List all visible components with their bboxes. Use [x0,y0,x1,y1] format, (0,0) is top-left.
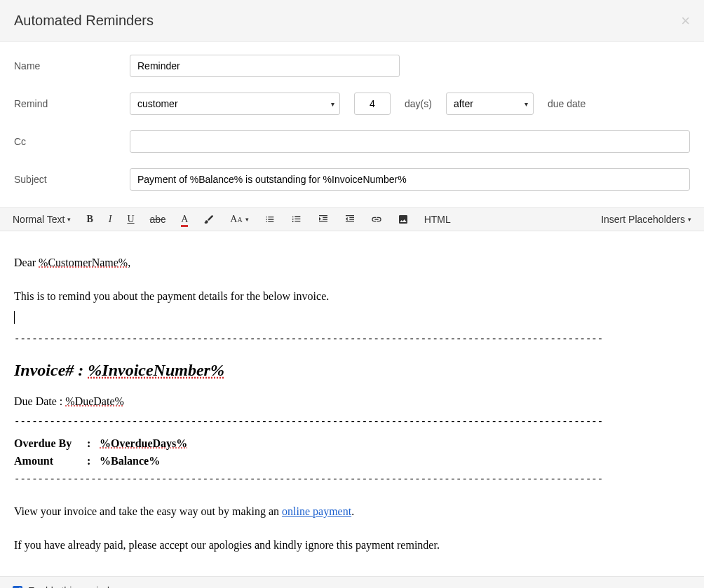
chevron-down-icon: ▾ [688,216,691,223]
close-button[interactable]: × [681,13,690,29]
numbered-list-icon [291,214,302,225]
form-section: Name Remind customer ▾ day(s) after [0,42,704,207]
placeholder-customer-name: %CustomerName% [39,257,128,268]
text-color-button[interactable]: A [181,214,188,225]
automated-reminders-modal: Automated Reminders × Name Remind custom… [0,0,704,588]
underline-button[interactable]: U [127,214,134,225]
remind-label: Remind [14,98,130,109]
outdent-button[interactable] [344,214,356,225]
name-row: Name [14,55,690,77]
bullet-list-icon [264,214,276,225]
enable-reminder-bar: Enable this reminder [0,576,704,588]
indent-button[interactable] [318,214,329,225]
italic-button[interactable]: I [109,214,112,225]
due-date-text: due date [548,98,586,109]
subject-input[interactable] [130,168,690,191]
modal-title: Automated Reminders [14,13,154,29]
days-unit-text: day(s) [405,98,432,109]
cc-input[interactable] [130,130,690,153]
invoice-heading: Invoice# : %InvoiceNumber% [14,357,690,383]
name-input[interactable] [130,55,400,77]
outdent-icon [344,214,356,225]
placeholder-invoice-number: %InvoiceNumber% [88,361,224,379]
subject-row: Subject [14,168,690,191]
modal-header: Automated Reminders × [0,0,704,42]
strikethrough-button[interactable]: abc [150,214,166,225]
link-button[interactable] [371,214,382,225]
chevron-down-icon: ▾ [67,216,71,223]
editor-toolbar: Normal Text ▾ B I U abc A AA ▾ [0,207,704,231]
text-cursor [14,311,15,324]
name-label: Name [14,60,130,71]
remind-who-select[interactable]: customer [130,93,340,115]
placeholder-due-date: %DueDate% [65,395,124,407]
remind-when-select[interactable]: after [446,93,534,115]
image-icon [398,214,409,225]
placeholder-balance: %Balance% [100,452,160,470]
remind-row: Remind customer ▾ day(s) after ▾ due dat… [14,93,690,115]
subject-label: Subject [14,174,130,185]
details-table: Overdue By : %OverdueDays% Amount : %Bal… [14,435,690,470]
email-body-editor[interactable]: Dear %CustomerName%, This is to remind y… [0,231,704,576]
ordered-list-button[interactable] [291,214,302,225]
online-payment-link[interactable]: online payment [282,505,351,517]
unordered-list-button[interactable] [264,214,276,225]
font-size-dropdown[interactable]: AA ▾ [230,214,248,225]
background-color-button[interactable] [203,214,215,225]
indent-icon [318,214,329,225]
image-button[interactable] [398,214,409,225]
format-dropdown[interactable]: Normal Text ▾ [13,214,71,225]
insert-placeholders-dropdown[interactable]: Insert Placeholders ▾ [601,214,691,225]
placeholder-overdue-days: %OverdueDays% [100,437,187,449]
html-button[interactable]: HTML [424,214,451,225]
chevron-down-icon: ▾ [245,216,249,223]
paint-icon [203,214,215,225]
remind-days-input[interactable] [354,93,391,115]
cc-row: Cc [14,130,690,153]
link-icon [371,214,382,225]
enable-reminder-label: Enable this reminder [28,585,118,588]
bold-button[interactable]: B [86,214,93,225]
cc-label: Cc [14,136,130,147]
